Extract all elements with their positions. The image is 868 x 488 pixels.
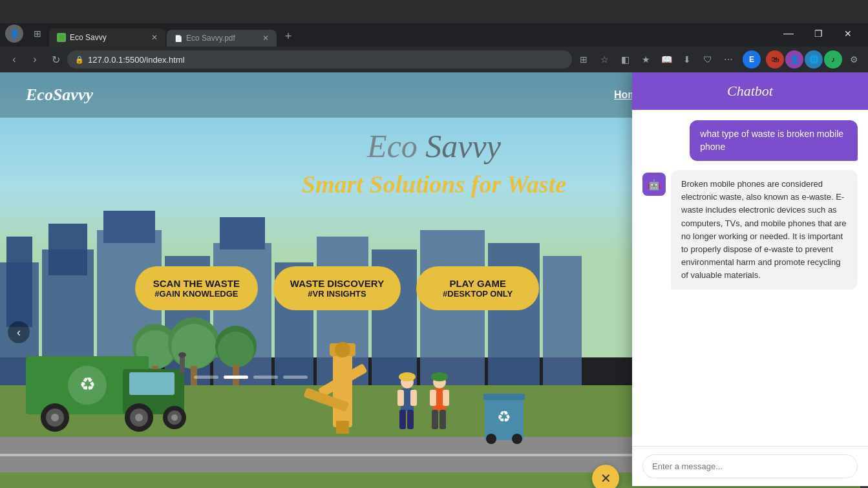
tab-ecosavvy[interactable]: 🌿 Eco Savvy ✕: [49, 28, 165, 47]
cta-game-title: PLAY GAME: [433, 278, 522, 289]
bot-message-wrapper: 🤖 Broken mobile phones are considered el…: [642, 170, 858, 290]
browser-toolbar: ‹ › ↻ 🔒 127.0.0.1:5500/index.html ⊞ ☆ ◧ …: [0, 47, 868, 72]
security-icon[interactable]: 🛡: [699, 50, 717, 69]
chatbot-title: Chatbot: [727, 83, 773, 100]
cta-game-subtitle: #DESKTOP ONLY: [433, 289, 522, 299]
svg-rect-51: [399, 410, 406, 429]
tab-favicon-2: 📄: [175, 35, 182, 42]
reading-view-icon[interactable]: 📖: [657, 50, 675, 69]
chatbot-panel: Chatbot what type of waste is broken mob…: [632, 72, 868, 486]
svg-point-38: [171, 414, 178, 421]
user-profile-button[interactable]: E: [743, 50, 761, 69]
svg-point-60: [431, 372, 448, 381]
cta-scan-subtitle: #GAIN KNOWLEDGE: [152, 289, 241, 299]
cta-buttons-row: SCAN THE WASTE #GAIN KNOWLEDGE WASTE DIS…: [78, 266, 597, 310]
hero-eco: Eco: [367, 128, 418, 164]
window-controls: — ❐ ✕: [774, 25, 863, 43]
more-menu-button[interactable]: ⋯: [719, 50, 737, 69]
close-chatbot-button[interactable]: ✕: [592, 465, 619, 488]
svg-point-64: [486, 434, 496, 444]
hero-savvy: Savvy: [425, 128, 501, 164]
edge-extensions: 🛍 👤 🌐 ♪: [766, 50, 842, 69]
cta-waste-discovery[interactable]: WASTE DISCOVERY #VR INSIGHTS: [273, 266, 401, 310]
svg-rect-59: [439, 410, 446, 429]
waste-bin-svg: ♻: [478, 382, 530, 447]
profile-avatar[interactable]: 👤: [5, 25, 23, 43]
chatbot-messages[interactable]: what type of waste is broken mobile phon…: [632, 110, 868, 446]
favorites-icon[interactable]: ★: [637, 50, 655, 69]
cta-play-game[interactable]: PLAY GAME #DESKTOP ONLY: [416, 266, 539, 310]
tab-pdf[interactable]: 📄 Eco Savvy.pdf ✕: [167, 30, 277, 47]
browser-titlebar: [0, 0, 868, 23]
svg-point-53: [399, 372, 416, 381]
edge-ext-3[interactable]: 🌐: [805, 50, 823, 69]
website-content: ♻: [0, 72, 868, 488]
tab-label-1: Eco Savvy: [70, 33, 107, 42]
svg-point-45: [335, 342, 350, 357]
user-message-wrapper: what type of waste is broken mobile phon…: [642, 120, 858, 161]
carousel-left-arrow[interactable]: ‹: [8, 321, 30, 343]
bot-message: Broken mobile phones are considered elec…: [671, 170, 858, 290]
download-icon[interactable]: ⬇: [678, 50, 696, 69]
new-tab-button[interactable]: +: [279, 27, 297, 45]
svg-rect-39: [180, 356, 185, 374]
maximize-button[interactable]: ❐: [803, 25, 833, 43]
back-button[interactable]: ‹: [5, 50, 23, 69]
content-area: ♻: [0, 72, 868, 488]
user-message: what type of waste is broken mobile phon…: [690, 120, 858, 161]
svg-rect-49: [397, 390, 404, 406]
close-button[interactable]: ✕: [833, 25, 863, 43]
tab-close-2[interactable]: ✕: [262, 34, 269, 43]
svg-text:♻: ♻: [497, 408, 511, 425]
waste-truck: ♻: [19, 337, 200, 440]
browser-titlebar-area: 👤 ⊞ 🌿 Eco Savvy ✕ 📄 Eco Savvy.pdf ✕ +: [0, 23, 868, 72]
svg-rect-50: [410, 390, 417, 406]
chatbot-header: Chatbot: [632, 72, 868, 110]
svg-rect-29: [129, 372, 175, 395]
tab-close-1[interactable]: ✕: [151, 33, 158, 42]
address-text: 127.0.0.1:5500/index.html: [88, 55, 185, 65]
site-logo: EcoSavvy: [26, 85, 93, 105]
svg-rect-8: [220, 217, 265, 249]
chatbot-input[interactable]: [642, 454, 858, 478]
cta-discovery-subtitle: #VR INSIGHTS: [290, 289, 384, 299]
edge-ext-4[interactable]: ♪: [824, 50, 842, 69]
dot-2[interactable]: [224, 376, 248, 379]
svg-point-22: [218, 332, 254, 368]
tab-bar: 👤 ⊞ 🌿 Eco Savvy ✕ 📄 Eco Savvy.pdf ✕ +: [0, 23, 868, 47]
dot-3[interactable]: [253, 376, 278, 379]
edge-ext-2[interactable]: 👤: [785, 50, 803, 69]
svg-point-35: [135, 414, 143, 421]
svg-rect-62: [483, 394, 525, 400]
svg-rect-12: [420, 230, 485, 392]
workers-svg: [388, 369, 465, 447]
svg-point-65: [512, 434, 522, 444]
extensions-toolbar-icon[interactable]: ⊞: [575, 50, 593, 69]
svg-rect-46: [336, 421, 349, 434]
tab-favicon-1: 🌿: [57, 33, 66, 42]
svg-rect-52: [407, 410, 414, 429]
address-bar[interactable]: 🔒 127.0.0.1:5500/index.html: [67, 50, 572, 69]
settings-icon[interactable]: ⚙: [845, 50, 863, 69]
svg-point-32: [51, 414, 59, 421]
lock-icon: 🔒: [75, 56, 84, 64]
collections-icon[interactable]: ◧: [616, 50, 634, 69]
cta-discovery-title: WASTE DISCOVERY: [290, 278, 384, 289]
svg-rect-56: [430, 390, 436, 406]
edge-ext-1[interactable]: 🛍: [766, 50, 784, 69]
svg-rect-13: [488, 243, 540, 392]
dot-1[interactable]: [194, 376, 218, 379]
bookmark-icon[interactable]: ☆: [595, 50, 613, 69]
svg-rect-1: [6, 237, 32, 327]
extensions-icon[interactable]: ⊞: [28, 25, 47, 43]
bot-avatar: 🤖: [642, 173, 666, 196]
svg-rect-58: [432, 410, 438, 429]
forward-button[interactable]: ›: [26, 50, 44, 69]
reload-button[interactable]: ↻: [47, 50, 65, 69]
minimize-button[interactable]: —: [774, 25, 803, 43]
svg-point-40: [178, 352, 186, 357]
svg-rect-5: [103, 211, 155, 243]
cta-scan-waste[interactable]: SCAN THE WASTE #GAIN KNOWLEDGE: [135, 266, 258, 310]
dot-4[interactable]: [283, 376, 308, 379]
svg-text:♻: ♻: [79, 374, 96, 394]
